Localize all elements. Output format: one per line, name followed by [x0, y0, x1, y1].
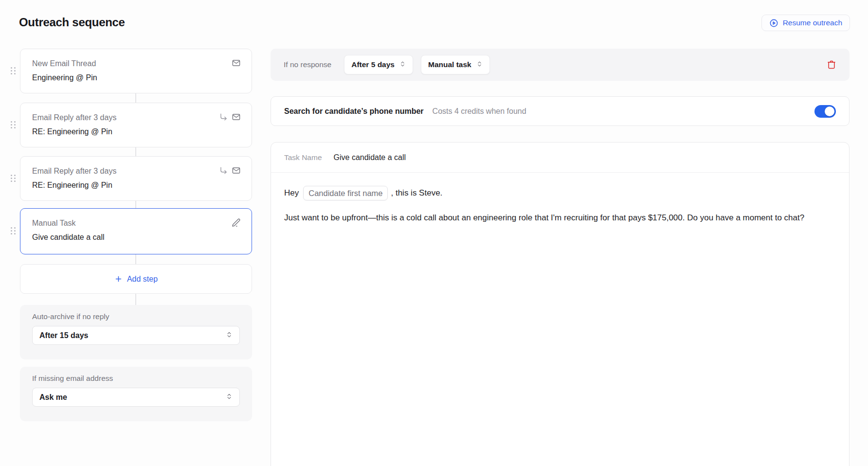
delay-select[interactable]: After 5 days: [344, 55, 413, 74]
action-value: Manual task: [428, 60, 471, 69]
resume-outreach-label: Resume outreach: [783, 18, 842, 27]
reply-arrow-icon: [219, 112, 228, 124]
missing-email-value: Ask me: [39, 393, 67, 402]
auto-archive-label: Auto-archive if no reply: [32, 312, 240, 321]
task-message-editor[interactable]: Hey Candidate first name , this is Steve…: [271, 173, 849, 238]
play-circle-icon: [769, 18, 778, 28]
message-body: Just want to be upfront—this is a cold c…: [284, 211, 810, 225]
delay-value: After 5 days: [351, 60, 395, 69]
step-connector: [135, 254, 136, 264]
phone-search-toggle[interactable]: [814, 105, 836, 118]
step-card-email-reply-2[interactable]: Email Reply after 3 days RE: Engineering…: [20, 156, 252, 201]
condition-bar: If no response After 5 days Manual task: [271, 49, 850, 81]
step-connector: [135, 201, 136, 208]
drag-handle[interactable]: [11, 67, 16, 74]
step-card-new-email-thread[interactable]: New Email Thread Engineering @ Pin: [20, 49, 252, 93]
task-name-row: Task Name Give candidate a call: [271, 143, 849, 173]
step-card-manual-task[interactable]: Manual Task Give candidate a call: [20, 208, 252, 254]
phone-search-label: Search for candidate’s phone number: [284, 107, 424, 116]
pencil-icon: [232, 218, 241, 229]
mail-icon: [232, 112, 241, 124]
reply-arrow-icon: [219, 166, 228, 177]
greeting-suffix: , this is Steve.: [391, 188, 442, 198]
mail-icon: [232, 166, 241, 177]
step-subject: Give candidate a call: [32, 230, 240, 244]
auto-archive-panel: Auto-archive if no reply After 15 days: [20, 305, 252, 359]
step-type: Email Reply after 3 days: [32, 110, 240, 125]
add-step-button[interactable]: Add step: [20, 264, 252, 294]
message-greeting: Hey Candidate first name , this is Steve…: [284, 186, 836, 200]
step-connector: [135, 294, 136, 305]
chevrons-up-down-icon: [226, 393, 233, 402]
step-type: New Email Thread: [32, 56, 240, 71]
drag-handle[interactable]: [11, 121, 16, 128]
step-type: Manual Task: [32, 216, 240, 230]
step-connector: [135, 93, 136, 103]
drag-handle[interactable]: [11, 175, 16, 182]
phone-search-row: Search for candidate’s phone number Cost…: [271, 96, 850, 126]
missing-email-select[interactable]: Ask me: [32, 388, 240, 407]
missing-email-panel: If missing email address Ask me: [20, 367, 252, 421]
add-step-label: Add step: [127, 275, 158, 284]
step-subject: RE: Engineering @ Pin: [32, 125, 240, 139]
step-card-email-reply-1[interactable]: Email Reply after 3 days RE: Engineering…: [20, 103, 252, 147]
delete-step-button[interactable]: [827, 60, 836, 70]
auto-archive-value: After 15 days: [39, 331, 89, 340]
step-connector: [135, 147, 136, 156]
task-name-label: Task Name: [284, 153, 322, 162]
step-subject: Engineering @ Pin: [32, 71, 240, 85]
task-detail-card: Task Name Give candidate a call Hey Cand…: [271, 142, 850, 466]
page-title: Outreach sequence: [19, 16, 125, 29]
missing-email-label: If missing email address: [32, 374, 240, 383]
candidate-first-name-chip[interactable]: Candidate first name: [303, 186, 388, 200]
phone-search-note: Costs 4 credits when found: [433, 107, 526, 116]
greeting-prefix: Hey: [284, 188, 299, 198]
outreach-sequence-page: Outreach sequence Resume outreach New Em…: [0, 0, 868, 466]
toggle-knob: [825, 107, 834, 116]
plus-icon: [114, 275, 123, 283]
chevrons-up-down-icon: [476, 60, 483, 69]
mail-icon: [232, 58, 241, 70]
task-name-input[interactable]: Give candidate a call: [334, 153, 406, 162]
resume-outreach-button[interactable]: Resume outreach: [761, 15, 850, 31]
trash-icon: [827, 60, 836, 70]
chevrons-up-down-icon: [399, 60, 406, 69]
auto-archive-select[interactable]: After 15 days: [32, 326, 240, 345]
step-type: Email Reply after 3 days: [32, 164, 240, 178]
step-subject: RE: Engineering @ Pin: [32, 178, 240, 192]
action-select[interactable]: Manual task: [421, 55, 490, 74]
if-no-response-label: If no response: [284, 60, 331, 69]
drag-handle[interactable]: [11, 227, 16, 234]
chevrons-up-down-icon: [226, 331, 233, 340]
